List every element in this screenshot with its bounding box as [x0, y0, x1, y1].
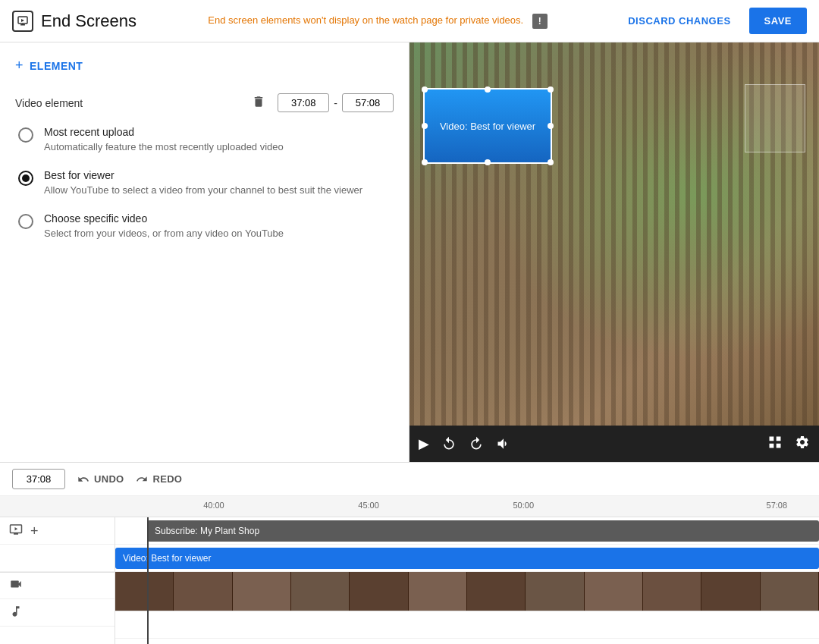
save-button[interactable]: SAVE	[749, 8, 807, 34]
thumb-9	[585, 572, 643, 611]
undo-button[interactable]: UNDO	[77, 473, 124, 485]
video-background: Video: Best for viewer	[410, 42, 819, 426]
resize-handle-tm[interactable]	[485, 86, 491, 93]
radio-most-recent[interactable]	[18, 127, 33, 143]
grid-icon	[767, 435, 783, 450]
video-element-label: Video element	[15, 97, 246, 109]
option-most-recent[interactable]: Most recent upload Automatically feature…	[18, 126, 394, 154]
warning-icon: !	[532, 14, 548, 29]
resize-handle-bm[interactable]	[485, 159, 491, 165]
video-preview: Video: Best for viewer ▶	[410, 42, 819, 462]
header: End Screens End screen elements won't di…	[0, 0, 819, 42]
time-separator: -	[334, 97, 337, 109]
header-actions: DISCARD CHANGES SAVE	[619, 8, 807, 34]
ruler-mark-4500: 45:00	[358, 501, 379, 510]
svg-marker-3	[21, 19, 24, 22]
option-best-for-viewer-desc: Allow YouTube to select a video from you…	[44, 184, 362, 197]
videocam-icon	[9, 577, 23, 591]
radio-best-for-viewer[interactable]	[18, 171, 33, 186]
play-button[interactable]: ▶	[419, 435, 429, 452]
thumb-3	[233, 572, 291, 611]
screen-icon	[17, 16, 28, 27]
time-end-input[interactable]	[342, 93, 394, 112]
thumb-11	[701, 572, 760, 611]
ruler-mark-4000: 40:00	[203, 501, 224, 510]
video-track-bar[interactable]: Video: Best for viewer	[115, 548, 819, 569]
redo-label: REDO	[152, 473, 182, 485]
volume-icon	[496, 436, 511, 451]
settings-button[interactable]	[795, 435, 810, 454]
forward-button[interactable]	[469, 436, 484, 451]
end-screen-video-element[interactable]: Video: Best for viewer	[423, 88, 552, 164]
option-most-recent-text: Most recent upload Automatically feature…	[44, 126, 284, 154]
volume-button[interactable]	[496, 436, 511, 451]
time-start-input[interactable]	[278, 93, 329, 112]
add-element-button[interactable]: + ELEMENT	[15, 55, 83, 77]
redo-button[interactable]: REDO	[136, 473, 182, 485]
option-most-recent-title: Most recent upload	[44, 126, 284, 138]
option-best-for-viewer-text: Best for viewer Allow YouTube to select …	[44, 169, 362, 197]
page-title: End Screens	[41, 11, 136, 31]
track-control-audio	[0, 599, 115, 627]
audio-track-row	[115, 611, 819, 639]
discard-changes-button[interactable]: DISCARD CHANGES	[619, 9, 739, 33]
resize-handle-tr[interactable]	[548, 86, 554, 93]
add-track-button[interactable]: +	[30, 524, 39, 538]
timeline-ruler: 40:00 45:00 50:00 57:08	[0, 496, 819, 517]
forward-icon	[469, 436, 484, 451]
undo-icon	[77, 473, 89, 485]
timeline-tracks: +	[0, 517, 819, 644]
radio-choose-specific[interactable]	[18, 214, 33, 229]
option-best-for-viewer-title: Best for viewer	[44, 169, 362, 181]
timeline-area: UNDO REDO 40:00 45:00 50:00 57:08	[0, 462, 819, 644]
end-screen-second-element[interactable]	[745, 84, 805, 152]
settings-icon	[795, 435, 810, 450]
ruler-marks: 40:00 45:00 50:00 57:08	[115, 496, 819, 517]
track-control-video	[0, 545, 115, 572]
thumb-12	[761, 572, 819, 611]
rewind-icon	[441, 436, 457, 451]
resize-handle-bl[interactable]	[422, 159, 428, 165]
option-choose-specific-desc: Select from your videos, or from any vid…	[44, 227, 284, 240]
resize-handle-mr[interactable]	[548, 123, 554, 129]
option-most-recent-desc: Automatically feature the most recently …	[44, 140, 284, 154]
option-best-for-viewer[interactable]: Best for viewer Allow YouTube to select …	[18, 169, 394, 197]
resize-handle-tl[interactable]	[422, 86, 428, 93]
subscribe-track-row: Subscribe: My Plant Shop	[115, 517, 819, 545]
video-element-row: Video element -	[15, 92, 394, 114]
grid-button[interactable]	[767, 435, 783, 454]
subscribe-track-bar[interactable]: Subscribe: My Plant Shop	[147, 520, 819, 542]
redo-icon	[136, 473, 148, 485]
thumb-2	[174, 572, 232, 611]
option-choose-specific[interactable]: Choose specific video Select from your v…	[18, 212, 394, 240]
thumb-6	[409, 572, 467, 611]
add-element-label: ELEMENT	[30, 60, 83, 72]
logo-icon	[12, 11, 33, 32]
option-choose-specific-text: Choose specific video Select from your v…	[44, 212, 284, 240]
rewind-button[interactable]	[441, 436, 457, 451]
option-choose-specific-title: Choose specific video	[44, 212, 284, 225]
video-track-row: Video: Best for viewer	[115, 545, 819, 572]
track-control-endscreen: +	[0, 517, 115, 545]
end-screen-video-label: Video: Best for viewer	[440, 121, 535, 132]
plus-icon: +	[15, 58, 24, 74]
timeline-needle	[147, 517, 149, 644]
thumb-10	[643, 572, 701, 611]
subscribe-track-label: Subscribe: My Plant Shop	[155, 526, 259, 536]
warning-message: End screen elements won't display on the…	[149, 14, 607, 29]
delete-element-button[interactable]	[246, 92, 271, 114]
thumb-5	[350, 572, 408, 611]
thumb-1	[115, 572, 174, 611]
resize-handle-br[interactable]	[548, 159, 554, 165]
warning-text: End screen elements won't display on the…	[208, 14, 523, 26]
music-note-icon	[9, 605, 23, 621]
svg-rect-1	[20, 24, 25, 26]
resize-handle-ml[interactable]	[422, 123, 428, 129]
music-icon	[9, 605, 23, 618]
timeline-time-display[interactable]	[12, 469, 65, 489]
video-controls-bar: ▶	[410, 426, 819, 462]
timeline-toolbar: UNDO REDO	[0, 463, 819, 496]
thumb-4	[291, 572, 350, 611]
main-content: + ELEMENT Video element - Most recent up…	[0, 42, 819, 462]
ruler-mark-5708: 57:08	[767, 501, 788, 510]
